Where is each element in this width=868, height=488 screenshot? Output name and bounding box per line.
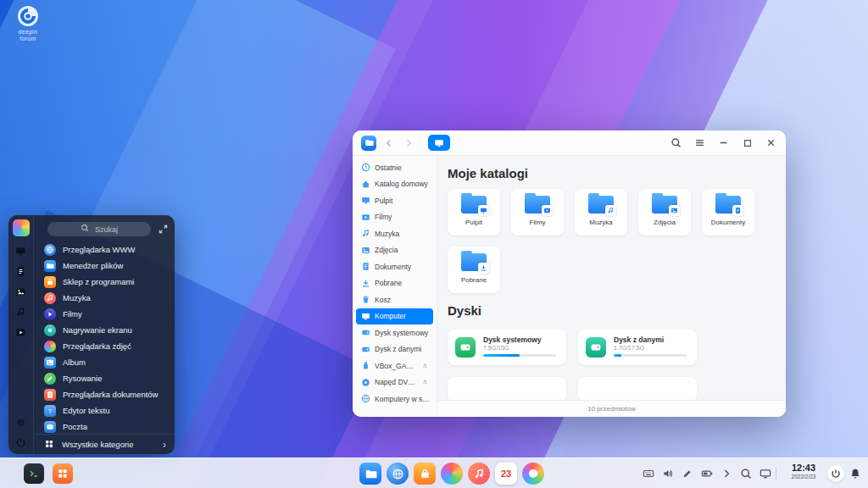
app-label: Edytor tekstu [63,406,109,415]
image-viewer-dock-icon[interactable] [441,463,463,485]
app-label: Menedżer plików [63,261,123,270]
sidebar-item-dysk-z-danymi[interactable]: Dysk z danymi [356,341,433,358]
app-label: Nagrywanie ekranu [63,325,132,335]
launcher-app-mened-er-plik-w[interactable]: Menedżer plików [34,258,175,274]
disk-progress-bar [483,354,556,357]
desktop-category-icon[interactable] [15,246,26,257]
sidebar-item-kosz[interactable]: Kosz [356,291,433,308]
launcher-app-sklep-z-programami[interactable]: Sklep z programami [34,274,175,290]
clock[interactable]: 12:43 2022/2/23 [780,463,827,480]
optical-icon [361,378,370,387]
app-store-dock-icon[interactable] [414,463,436,485]
sidebar-item-komputer[interactable]: Komputer [356,308,433,325]
control-center-ring [529,469,537,478]
sidebar-item-label: Muzyka [375,230,430,238]
terminal-icon[interactable] [24,463,44,484]
folder-label: Pulpit [465,219,482,226]
tray-divider [776,467,776,480]
sidebar-item-zdj-cia[interactable]: Zdjęcia [356,242,433,259]
maximize-button[interactable] [741,136,754,149]
sidebar-item-label: Katalog domowy [375,180,430,188]
disk-card-dysk-z-danymi[interactable]: Dysk z danymi1.7G/17.5G [578,330,697,365]
all-categories-button[interactable]: Wszystkie kategorie › [34,434,175,454]
pictures-category-icon[interactable] [15,286,26,297]
notifications-button[interactable] [848,466,863,481]
music-category-icon[interactable] [15,307,26,318]
sidebar-item-dysk-systemowy[interactable]: Dysk systemowy [356,324,433,341]
launcher-app-przegl-darka-www[interactable]: Przeglądarka WWW [34,241,175,258]
settings-icon[interactable] [15,417,26,428]
back-button[interactable] [382,136,396,150]
eject-icon[interactable] [421,362,430,370]
volume-icon[interactable] [662,468,674,480]
fullscreen-toggle-icon[interactable] [158,224,169,235]
forward-button[interactable] [402,136,415,150]
videos-category-icon[interactable] [15,327,26,338]
battery-icon[interactable] [701,468,713,480]
launcher-app-filmy[interactable]: Filmy [34,306,175,322]
launcher-app-album[interactable]: Album [34,354,175,370]
folder-card-zdj-cia[interactable]: Zdjęcia [638,189,691,236]
music-dock-icon[interactable] [468,463,490,485]
app-label: Poczta [63,422,87,431]
download-icon [361,279,370,288]
device-card-partial[interactable] [578,377,697,402]
launcher-grid-icon[interactable] [53,463,73,484]
menu-button[interactable] [693,136,706,149]
launcher-main: Szukaj Przeglądarka WWWMenedżer plikówSk… [34,215,175,454]
folder-card-pobrane[interactable]: Pobrane [448,247,500,293]
minimize-button[interactable] [717,136,730,149]
file-manager-dock-icon[interactable] [359,463,381,485]
sidebar-item-muzyka[interactable]: Muzyka [356,225,433,242]
launcher-app-nagrywanie-ekranu[interactable]: Nagrywanie ekranu [34,322,175,338]
power-icon[interactable] [15,437,26,448]
tray-expand-chevron-icon[interactable] [721,468,732,480]
keyboard-layout-icon[interactable] [643,468,654,480]
shutdown-button[interactable] [827,465,844,482]
launcher-app-poczta[interactable]: Poczta [34,419,175,434]
sidebar-item-pulpit[interactable]: Pulpit [356,192,433,209]
close-button[interactable] [765,136,777,149]
disk-progress-fill [614,354,621,357]
folder-card-dokumenty[interactable]: Dokumenty [702,189,754,236]
disks-row: Dysk systemowy7.5G/15GDysk z danymi1.7G/… [448,330,786,365]
sidebar-item-dokumenty[interactable]: Dokumenty [356,258,433,275]
sidebar-item-pobrane[interactable]: Pobrane [356,275,433,292]
eject-icon[interactable] [421,378,430,386]
deepin-logo-icon [17,5,39,27]
sidebar-item-katalog-domowy[interactable]: Katalog domowy [356,176,433,193]
tab-computer[interactable] [428,135,450,151]
sidebar-item-label: Zdjęcia [375,246,430,254]
file-manager-titlebar[interactable] [353,130,786,156]
device-card-partial[interactable] [448,377,566,402]
document-viewer-app-icon [44,389,56,401]
pen-input-icon[interactable] [682,468,693,480]
launcher-app-rysowanie[interactable]: Rysowanie [34,370,175,386]
calendar-dock-icon[interactable]: 23 [495,463,517,485]
disk-progress-fill [483,354,520,357]
launcher-app-przegl-darka-zdj[interactable]: Przeglądarka zdjęć [34,338,175,354]
search-icon[interactable] [740,468,752,480]
sidebar-item-komputery-w-sieci[interactable]: Komputery w sieci... [356,391,433,408]
launcher-app-przegl-darka-dokument-w[interactable]: Przeglądarka dokumentów [34,386,175,402]
display-icon[interactable] [760,468,771,480]
sidebar-item-ostatnie[interactable]: Ostatnie [356,159,433,176]
sidebar-item-vbox-gas-6-1[interactable]: VBox_GAs_6.1... [356,358,433,374]
folder-card-filmy[interactable]: Filmy [511,189,564,236]
documents-category-icon[interactable] [15,266,26,277]
disk-card-dysk-systemowy[interactable]: Dysk systemowy7.5G/15G [448,330,566,365]
folder-card-pulpit[interactable]: Pulpit [448,189,500,236]
control-center-dock-icon[interactable] [522,463,544,485]
launcher-app-muzyka[interactable]: Muzyka [34,290,175,306]
app-label: Filmy [63,309,82,319]
user-avatar[interactable] [13,219,30,236]
browser-dock-icon[interactable] [387,463,409,485]
sidebar-item-label: Ostatnie [375,164,430,172]
search-button[interactable] [670,136,682,149]
launcher-app-edytor-tekstu[interactable]: TEdytor tekstu [34,402,175,419]
film-emblem-icon [542,205,553,216]
sidebar-item-filmy[interactable]: Filmy [356,209,433,226]
search-input[interactable]: Szukaj [47,222,151,236]
folder-card-muzyka[interactable]: Muzyka [575,189,627,236]
sidebar-item-nap-d-dvd-r[interactable]: Napęd DVD-R... [356,374,433,391]
